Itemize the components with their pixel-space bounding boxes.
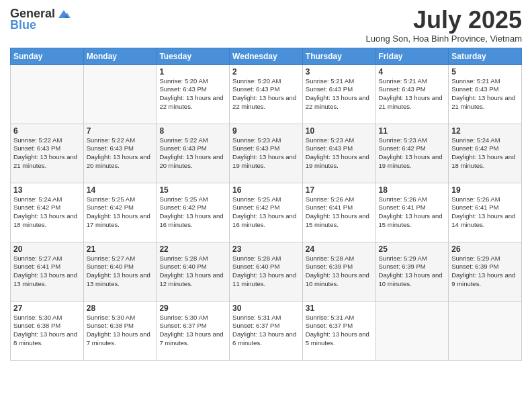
location-text: Luong Son, Hoa Binh Province, Vietnam xyxy=(366,34,522,44)
day-number: 31 xyxy=(306,304,373,313)
header-tuesday: Tuesday xyxy=(157,48,230,64)
day-number: 13 xyxy=(13,185,81,195)
title-section: July 2025 Luong Son, Hoa Binh Province, … xyxy=(366,7,522,44)
day-info: Sunrise: 5:20 AMSunset: 6:43 PMDaylight:… xyxy=(159,77,226,111)
day-info: Sunrise: 5:26 AMSunset: 6:41 PMDaylight:… xyxy=(451,195,519,230)
table-row: 1Sunrise: 5:20 AMSunset: 6:43 PMDaylight… xyxy=(157,64,230,124)
table-row: 29Sunrise: 5:30 AMSunset: 6:37 PMDayligh… xyxy=(157,301,230,360)
table-row: 17Sunrise: 5:26 AMSunset: 6:41 PMDayligh… xyxy=(302,183,375,242)
table-row: 31Sunrise: 5:31 AMSunset: 6:37 PMDayligh… xyxy=(302,301,375,360)
table-row: 23Sunrise: 5:28 AMSunset: 6:40 PMDayligh… xyxy=(230,242,303,301)
header-saturday: Saturday xyxy=(449,48,522,64)
table-row: 26Sunrise: 5:29 AMSunset: 6:39 PMDayligh… xyxy=(449,242,522,301)
table-row: 4Sunrise: 5:21 AMSunset: 6:43 PMDaylight… xyxy=(375,64,449,124)
table-row: 20Sunrise: 5:27 AMSunset: 6:41 PMDayligh… xyxy=(11,242,84,301)
day-number: 2 xyxy=(232,67,300,77)
day-info: Sunrise: 5:29 AMSunset: 6:39 PMDaylight:… xyxy=(451,255,519,289)
calendar-week-5: 27Sunrise: 5:30 AMSunset: 6:38 PMDayligh… xyxy=(11,301,522,360)
page-header: General Blue July 2025 Luong Son, Hoa Bi… xyxy=(10,7,522,44)
day-info: Sunrise: 5:21 AMSunset: 6:43 PMDaylight:… xyxy=(306,77,373,111)
day-info: Sunrise: 5:21 AMSunset: 6:43 PMDaylight:… xyxy=(451,77,519,111)
table-row: 3Sunrise: 5:21 AMSunset: 6:43 PMDaylight… xyxy=(302,64,375,124)
day-info: Sunrise: 5:31 AMSunset: 6:37 PMDaylight:… xyxy=(306,314,373,348)
header-monday: Monday xyxy=(83,48,157,64)
table-row: 8Sunrise: 5:22 AMSunset: 6:43 PMDaylight… xyxy=(157,124,230,183)
day-info: Sunrise: 5:30 AMSunset: 6:38 PMDaylight:… xyxy=(87,314,154,348)
day-number: 25 xyxy=(379,244,446,254)
day-number: 15 xyxy=(159,185,226,195)
table-row: 12Sunrise: 5:24 AMSunset: 6:42 PMDayligh… xyxy=(449,124,522,183)
table-row: 28Sunrise: 5:30 AMSunset: 6:38 PMDayligh… xyxy=(83,301,157,360)
day-number: 26 xyxy=(451,244,519,254)
day-number: 27 xyxy=(13,304,81,313)
day-number: 16 xyxy=(232,185,300,195)
day-info: Sunrise: 5:30 AMSunset: 6:37 PMDaylight:… xyxy=(159,314,226,348)
day-info: Sunrise: 5:22 AMSunset: 6:43 PMDaylight:… xyxy=(13,136,81,171)
table-row: 10Sunrise: 5:23 AMSunset: 6:43 PMDayligh… xyxy=(302,124,375,183)
day-info: Sunrise: 5:20 AMSunset: 6:43 PMDaylight:… xyxy=(232,77,300,111)
table-row: 27Sunrise: 5:30 AMSunset: 6:38 PMDayligh… xyxy=(11,301,84,360)
calendar-week-4: 20Sunrise: 5:27 AMSunset: 6:41 PMDayligh… xyxy=(11,242,522,301)
day-number: 8 xyxy=(159,126,226,136)
day-info: Sunrise: 5:22 AMSunset: 6:43 PMDaylight:… xyxy=(87,136,154,171)
calendar-body: 1Sunrise: 5:20 AMSunset: 6:43 PMDaylight… xyxy=(11,64,522,360)
day-number: 29 xyxy=(159,304,226,313)
day-number: 6 xyxy=(13,126,81,136)
month-title: July 2025 xyxy=(366,7,522,34)
day-number: 12 xyxy=(451,126,519,136)
table-row xyxy=(449,301,522,360)
day-info: Sunrise: 5:26 AMSunset: 6:41 PMDaylight:… xyxy=(306,195,373,230)
logo-icon xyxy=(57,7,71,21)
day-info: Sunrise: 5:28 AMSunset: 6:40 PMDaylight:… xyxy=(159,255,226,289)
day-info: Sunrise: 5:25 AMSunset: 6:42 PMDaylight:… xyxy=(159,195,226,230)
table-row: 2Sunrise: 5:20 AMSunset: 6:43 PMDaylight… xyxy=(230,64,303,124)
day-info: Sunrise: 5:27 AMSunset: 6:41 PMDaylight:… xyxy=(13,255,81,289)
day-number: 17 xyxy=(306,185,373,195)
day-number: 20 xyxy=(13,244,81,254)
day-number: 24 xyxy=(306,244,373,254)
day-number: 28 xyxy=(87,304,154,313)
header-wednesday: Wednesday xyxy=(230,48,303,64)
day-info: Sunrise: 5:23 AMSunset: 6:43 PMDaylight:… xyxy=(232,136,300,171)
table-row: 15Sunrise: 5:25 AMSunset: 6:42 PMDayligh… xyxy=(157,183,230,242)
calendar-table: Sunday Monday Tuesday Wednesday Thursday… xyxy=(10,48,522,361)
day-number: 14 xyxy=(87,185,154,195)
table-row: 18Sunrise: 5:26 AMSunset: 6:41 PMDayligh… xyxy=(375,183,449,242)
day-number: 30 xyxy=(232,304,300,313)
table-row: 19Sunrise: 5:26 AMSunset: 6:41 PMDayligh… xyxy=(449,183,522,242)
calendar-week-2: 6Sunrise: 5:22 AMSunset: 6:43 PMDaylight… xyxy=(11,124,522,183)
day-info: Sunrise: 5:21 AMSunset: 6:43 PMDaylight:… xyxy=(379,77,446,111)
header-sunday: Sunday xyxy=(11,48,84,64)
day-number: 11 xyxy=(379,126,446,136)
table-row xyxy=(11,64,84,124)
calendar-week-1: 1Sunrise: 5:20 AMSunset: 6:43 PMDaylight… xyxy=(11,64,522,124)
day-number: 10 xyxy=(306,126,373,136)
table-row: 30Sunrise: 5:31 AMSunset: 6:37 PMDayligh… xyxy=(230,301,303,360)
header-thursday: Thursday xyxy=(302,48,375,64)
table-row: 16Sunrise: 5:25 AMSunset: 6:42 PMDayligh… xyxy=(230,183,303,242)
day-info: Sunrise: 5:29 AMSunset: 6:39 PMDaylight:… xyxy=(379,255,446,289)
day-info: Sunrise: 5:24 AMSunset: 6:42 PMDaylight:… xyxy=(451,136,519,171)
calendar-week-3: 13Sunrise: 5:24 AMSunset: 6:42 PMDayligh… xyxy=(11,183,522,242)
table-row: 9Sunrise: 5:23 AMSunset: 6:43 PMDaylight… xyxy=(230,124,303,183)
logo-blue-text: Blue xyxy=(10,18,36,32)
table-row: 13Sunrise: 5:24 AMSunset: 6:42 PMDayligh… xyxy=(11,183,84,242)
table-row: 14Sunrise: 5:25 AMSunset: 6:42 PMDayligh… xyxy=(83,183,157,242)
calendar-page: General Blue July 2025 Luong Son, Hoa Bi… xyxy=(0,0,532,411)
day-number: 5 xyxy=(451,67,519,77)
day-number: 4 xyxy=(379,67,446,77)
day-info: Sunrise: 5:30 AMSunset: 6:38 PMDaylight:… xyxy=(13,314,81,348)
table-row: 6Sunrise: 5:22 AMSunset: 6:43 PMDaylight… xyxy=(11,124,84,183)
day-number: 18 xyxy=(379,185,446,195)
day-info: Sunrise: 5:24 AMSunset: 6:42 PMDaylight:… xyxy=(13,195,81,230)
day-number: 19 xyxy=(451,185,519,195)
header-friday: Friday xyxy=(375,48,449,64)
table-row: 22Sunrise: 5:28 AMSunset: 6:40 PMDayligh… xyxy=(157,242,230,301)
day-info: Sunrise: 5:23 AMSunset: 6:43 PMDaylight:… xyxy=(306,136,373,171)
header-row: Sunday Monday Tuesday Wednesday Thursday… xyxy=(11,48,522,64)
day-number: 9 xyxy=(232,126,300,136)
day-number: 3 xyxy=(306,67,373,77)
day-info: Sunrise: 5:25 AMSunset: 6:42 PMDaylight:… xyxy=(87,195,154,230)
day-info: Sunrise: 5:22 AMSunset: 6:43 PMDaylight:… xyxy=(159,136,226,171)
table-row xyxy=(83,64,157,124)
